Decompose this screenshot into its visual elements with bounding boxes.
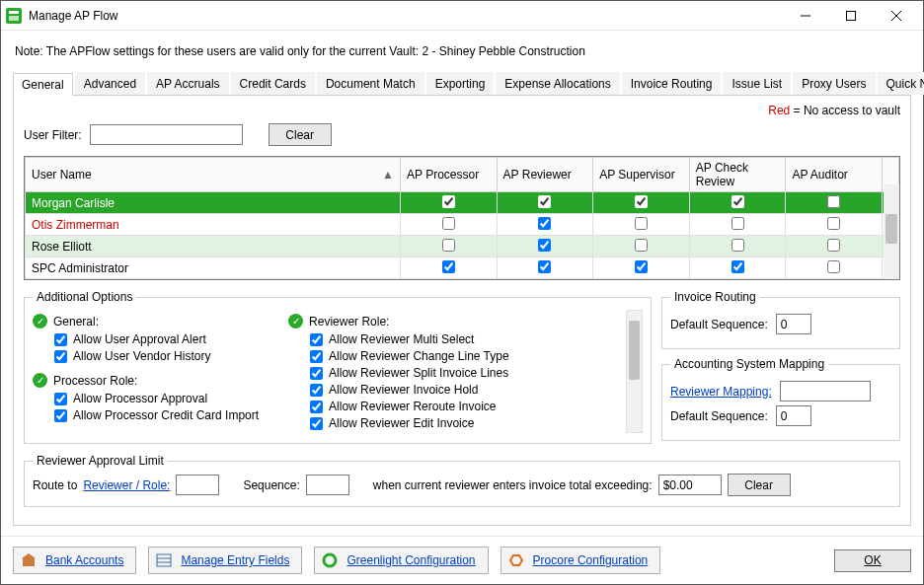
- role-checkbox[interactable]: [827, 260, 840, 273]
- procore-config-button[interactable]: Procore Configuration: [500, 547, 661, 574]
- greenlight-config-button[interactable]: Greenlight Configuration: [314, 547, 488, 574]
- tab-proxy-users[interactable]: Proxy Users: [793, 72, 875, 95]
- option-checkbox[interactable]: [54, 409, 67, 422]
- option-checkbox-row[interactable]: Allow Reviewer Change Line Type: [310, 349, 509, 363]
- option-label: Allow Processor Credit Card Import: [73, 408, 259, 422]
- app-icon: [5, 7, 23, 25]
- column-header[interactable]: AP Processor: [401, 158, 498, 192]
- option-checkbox[interactable]: [310, 350, 323, 363]
- tab-issue-list[interactable]: Issue List: [723, 72, 791, 95]
- option-checkbox-row[interactable]: Allow Processor Credit Card Import: [54, 408, 259, 422]
- svg-rect-2: [9, 16, 19, 21]
- reviewer-approval-limit-group: Reviewer Approval Limit Route to Reviewe…: [24, 454, 900, 507]
- option-checkbox[interactable]: [54, 350, 67, 363]
- role-checkbox[interactable]: [635, 260, 648, 273]
- tab-expense-allocations[interactable]: Expense Allocations: [496, 72, 619, 95]
- role-checkbox[interactable]: [635, 217, 648, 230]
- role-checkbox[interactable]: [732, 217, 744, 230]
- reviewer-group-title: Reviewer Role:: [309, 315, 389, 329]
- manage-entry-fields-button[interactable]: Manage Entry Fields: [148, 547, 302, 574]
- role-checkbox[interactable]: [635, 239, 648, 252]
- option-label: Allow User Vendor History: [73, 349, 210, 363]
- tab-advanced[interactable]: Advanced: [75, 72, 145, 95]
- exceeding-amount-input[interactable]: [658, 475, 722, 495]
- accounting-mapping-seq-label: Default Sequence:: [670, 409, 768, 423]
- role-checkbox[interactable]: [538, 239, 551, 252]
- column-header[interactable]: User Name▲: [26, 158, 401, 192]
- option-checkbox[interactable]: [310, 333, 323, 346]
- svg-rect-7: [23, 558, 35, 566]
- minimize-button[interactable]: [783, 1, 828, 31]
- option-checkbox[interactable]: [310, 417, 323, 430]
- user-filter-input[interactable]: [90, 124, 243, 145]
- role-checkbox[interactable]: [732, 260, 744, 273]
- accounting-mapping-seq-input[interactable]: [776, 405, 811, 426]
- option-checkbox[interactable]: [310, 367, 323, 380]
- option-label: Allow Reviewer Split Invoice Lines: [329, 366, 508, 380]
- reviewer-mapping-link[interactable]: Reviewer Mapping:: [670, 385, 772, 399]
- tab-invoice-routing[interactable]: Invoice Routing: [622, 72, 722, 95]
- reviewer-role-input[interactable]: [176, 475, 219, 495]
- role-checkbox[interactable]: [442, 217, 455, 230]
- column-header[interactable]: AP Check Review: [689, 158, 786, 192]
- invoice-routing-seq-label: Default Sequence:: [670, 318, 768, 331]
- accounting-mapping-legend: Accounting System Mapping: [670, 357, 828, 371]
- role-checkbox[interactable]: [442, 260, 455, 273]
- role-checkbox[interactable]: [538, 195, 551, 208]
- tab-document-match[interactable]: Document Match: [317, 72, 424, 95]
- role-checkbox[interactable]: [442, 239, 455, 252]
- role-checkbox[interactable]: [538, 260, 551, 273]
- column-header[interactable]: AP Supervisor: [593, 158, 690, 192]
- option-checkbox-row[interactable]: Allow Processor Approval: [54, 392, 259, 405]
- option-checkbox[interactable]: [310, 401, 323, 413]
- additional-scrollbar[interactable]: [626, 310, 643, 433]
- role-checkbox[interactable]: [827, 217, 840, 230]
- grid-scrollbar[interactable]: [884, 184, 899, 279]
- processor-group-title: Processor Role:: [53, 374, 137, 388]
- option-checkbox[interactable]: [54, 393, 67, 405]
- fields-icon: [155, 551, 173, 569]
- reviewer-role-link[interactable]: Reviewer / Role:: [83, 478, 170, 492]
- role-checkbox[interactable]: [538, 217, 551, 230]
- role-checkbox[interactable]: [827, 239, 840, 252]
- option-checkbox-row[interactable]: Allow Reviewer Edit Invoice: [310, 416, 509, 430]
- reviewer-mapping-input[interactable]: [780, 381, 871, 402]
- role-checkbox[interactable]: [732, 195, 744, 208]
- option-checkbox[interactable]: [54, 333, 67, 346]
- sequence-input[interactable]: [306, 475, 349, 495]
- invoice-routing-seq-input[interactable]: [776, 314, 811, 334]
- close-button[interactable]: [874, 1, 919, 31]
- ok-button[interactable]: OK: [834, 549, 911, 572]
- tab-ap-accruals[interactable]: AP Accruals: [147, 72, 228, 95]
- tab-quick-notes[interactable]: Quick Notes: [878, 72, 925, 95]
- option-checkbox[interactable]: [310, 384, 323, 397]
- route-to-label: Route to: [33, 478, 77, 492]
- tab-general[interactable]: General: [13, 73, 73, 96]
- maximize-button[interactable]: [828, 1, 874, 31]
- limit-clear-button[interactable]: Clear: [728, 474, 791, 496]
- svg-point-12: [324, 554, 336, 566]
- role-checkbox[interactable]: [635, 195, 648, 208]
- column-header[interactable]: AP Reviewer: [497, 158, 593, 192]
- role-checkbox[interactable]: [442, 195, 455, 208]
- role-checkbox[interactable]: [827, 195, 840, 208]
- user-filter-clear-button[interactable]: Clear: [269, 123, 332, 146]
- role-checkbox[interactable]: [732, 239, 744, 252]
- column-header[interactable]: AP Auditor: [786, 158, 883, 192]
- option-checkbox-row[interactable]: Allow Reviewer Multi Select: [310, 332, 509, 346]
- bank-accounts-button[interactable]: Bank Accounts: [13, 547, 136, 574]
- table-row[interactable]: Otis Zimmerman: [26, 214, 899, 236]
- table-row[interactable]: Morgan Carlisle: [26, 192, 899, 214]
- option-checkbox-row[interactable]: Allow Reviewer Split Invoice Lines: [310, 366, 509, 380]
- tab-exporting[interactable]: Exporting: [426, 72, 495, 95]
- option-checkbox-row[interactable]: Allow Reviewer Reroute Invoice: [310, 400, 509, 413]
- table-row[interactable]: Rose Elliott: [26, 236, 899, 257]
- option-checkbox-row[interactable]: Allow User Vendor History: [54, 349, 259, 363]
- svg-rect-4: [847, 11, 856, 20]
- option-checkbox-row[interactable]: Allow Reviewer Invoice Hold: [310, 383, 509, 397]
- option-checkbox-row[interactable]: Allow User Approval Alert: [54, 332, 259, 346]
- accounting-mapping-group: Accounting System Mapping Reviewer Mappi…: [661, 357, 900, 441]
- option-label: Allow Reviewer Edit Invoice: [329, 416, 474, 430]
- tab-credit-cards[interactable]: Credit Cards: [231, 72, 315, 95]
- table-row[interactable]: SPC Administrator: [26, 257, 899, 279]
